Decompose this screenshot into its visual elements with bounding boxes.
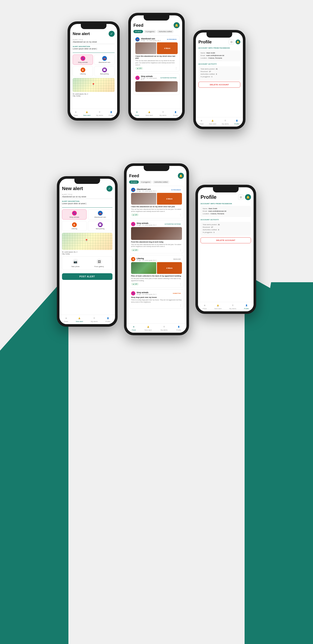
delete-account-button[interactable]: DELETE ACCOUNT xyxy=(200,237,251,243)
vote-button[interactable]: ▲ 125 xyxy=(131,283,139,286)
category-abandoned-cars[interactable]: 🚗 Abandoned cars xyxy=(94,54,114,65)
nav-profile[interactable]: 👤 Profile xyxy=(106,316,110,322)
nav-new-alert[interactable]: 🔔 New alert xyxy=(209,119,216,125)
category-stray-animals[interactable]: 🐾 Stray animals xyxy=(73,54,93,65)
nav-profile[interactable]: 👤 Profile xyxy=(176,325,181,331)
from-gallery-button[interactable]: 🖼 From gallery xyxy=(88,259,110,268)
desc-value[interactable]: Lorem ipsum dolor sit amet | xyxy=(73,48,114,53)
card-title: I have this abandoned car on my street s… xyxy=(131,206,182,208)
nav-new-alert-label: New alert xyxy=(146,114,153,116)
category-name: Stray animals xyxy=(136,292,170,294)
nav-feed[interactable]: ⊞ Feed xyxy=(203,304,206,310)
nav-feed[interactable]: ⊞ Feed xyxy=(132,325,136,331)
edit-icon[interactable]: ⊡ xyxy=(229,39,234,44)
vote-button[interactable]: ▲ 125 xyxy=(131,214,139,216)
post-alert-button[interactable]: POST ALERT xyxy=(62,273,112,280)
desc-value[interactable]: Lorem ipsum dolor sit amet | xyxy=(62,202,112,208)
resolved-label: Resolved: xyxy=(200,70,208,72)
category-grid: 🐾 Stray animals 🚗 Abandoned cars 🗑 Litte… xyxy=(62,209,112,231)
phone-profile-small: Profile ⊡ 🔔 ACCOUNT INFO FROM FACEBOOK N… xyxy=(193,30,246,129)
my-alerts-icon: ☰ xyxy=(162,325,166,329)
card-avatar: 🗑 xyxy=(131,257,135,261)
more-options[interactable]: ⋮ xyxy=(179,248,182,252)
category-label: Stray animals xyxy=(70,216,79,218)
tab-all-alerts[interactable]: All alerts xyxy=(134,30,143,33)
nav-feed[interactable]: ⊞ Feed xyxy=(200,119,203,125)
nav-profile[interactable]: 👤 Profile xyxy=(244,304,249,310)
nav-my-alerts[interactable]: ☰ My alerts xyxy=(230,304,236,310)
delete-account-button[interactable]: DELETE ACCOUNT xyxy=(198,82,240,88)
vote-button[interactable]: ▲ 125 xyxy=(135,67,143,70)
card-images xyxy=(135,81,178,92)
notifications-button[interactable]: 🔔 xyxy=(236,40,240,44)
card-images: 4 More xyxy=(131,193,182,204)
notifications-button[interactable]: 🔔 xyxy=(245,194,251,200)
title-value[interactable]: Abandoned car on my street xyxy=(62,196,112,199)
nav-feed[interactable]: ⊞ Feed xyxy=(135,110,139,116)
title-value[interactable]: Abandoned car on my street xyxy=(73,41,114,44)
nav-my-alerts[interactable]: ☰ My alerts xyxy=(96,110,103,116)
nav-new-alert[interactable]: 🔔 New alert xyxy=(144,325,152,331)
more-options[interactable]: ⋮ xyxy=(179,304,182,307)
card-images xyxy=(131,227,182,240)
category-name: Littering xyxy=(136,258,171,260)
map-view[interactable]: 📍 xyxy=(73,78,114,92)
name-value: Mark Smith xyxy=(206,52,215,54)
account-info-section-label: ACCOUNT INFO FROM FACEBOOK xyxy=(200,203,251,204)
more-options[interactable]: ⋮ xyxy=(175,67,178,70)
notifications-button[interactable]: 🔔 xyxy=(178,173,184,179)
nav-profile[interactable]: 👤 Profile xyxy=(108,110,114,116)
nav-feed[interactable]: ⊞ Feed xyxy=(64,316,68,322)
confirm-button[interactable]: ✓ xyxy=(106,186,112,192)
more-images-overlay[interactable]: 4 More xyxy=(157,262,182,274)
tab-authorities[interactable]: Authorities notified xyxy=(153,180,169,184)
phone-new-alert-small: New alert ✓ ALERT TITLE Abandoned car on… xyxy=(68,22,120,120)
tab-authorities[interactable]: Authorities notified xyxy=(157,30,174,33)
nav-my-alerts[interactable]: ☰ My alerts xyxy=(160,110,166,116)
confirm-button[interactable]: ✓ xyxy=(108,31,114,37)
category-abandoned-cars[interactable]: 🚗 Abandoned cars xyxy=(88,209,112,220)
account-info-box: Name: Mark Smith Email: mark.smith@domai… xyxy=(200,206,251,217)
nav-profile[interactable]: 👤 Profile xyxy=(173,110,178,116)
nav-profile[interactable]: 👤 Profile xyxy=(234,119,239,125)
category-littering[interactable]: 🗑 Littering xyxy=(62,221,86,231)
more-options[interactable]: ⋮ xyxy=(179,214,182,216)
nav-feed[interactable]: ⊞ Feed xyxy=(74,110,78,116)
nav-new-alert[interactable]: 🔔 New alert xyxy=(84,110,91,116)
tab-all-alerts[interactable]: All alerts xyxy=(129,180,139,184)
profile-icon: 👤 xyxy=(244,304,248,307)
tab-in-progress[interactable]: In proggress xyxy=(140,180,152,184)
total-row: Total alerts posted: 21 xyxy=(203,224,249,226)
category-bad-parking[interactable]: 🅿 Bad parking xyxy=(94,66,114,76)
more-images-overlay[interactable]: 4 More xyxy=(157,193,182,204)
category-stray-animals[interactable]: 🐾 Stray animals xyxy=(62,209,86,220)
profile-actions: ⊡ 🔔 xyxy=(238,194,251,200)
notifications-button[interactable]: 🔔 xyxy=(174,22,180,28)
name-value: Mark Smith xyxy=(209,208,217,210)
tab-in-progress[interactable]: In proggress xyxy=(144,30,156,33)
authorities-value: 3 xyxy=(216,73,217,75)
gallery-icon: 🖼 xyxy=(96,259,102,265)
category-bad-parking[interactable]: 🅿 Bad parking xyxy=(88,221,112,231)
nav-new-alert[interactable]: 🔔 New alert xyxy=(76,316,83,322)
littering-icon: 🗑 xyxy=(80,68,85,72)
abandoned-cars-icon: 🚗 xyxy=(102,56,107,61)
category-grid: 🐾 Stray animals 🚗 Abandoned cars 🗑 Litte… xyxy=(73,54,114,76)
location-row: Location: Craiova, Romania xyxy=(200,57,238,59)
more-images-overlay[interactable]: 4 More xyxy=(157,42,178,54)
vote-button[interactable]: ▲ 125 xyxy=(131,249,139,252)
bottom-navigation: ⊞ Feed 🔔 New alert ☰ My alerts 👤 Profile xyxy=(60,315,115,324)
more-options[interactable]: ⋮ xyxy=(179,283,182,286)
nav-new-alert[interactable]: 🔔 New alert xyxy=(146,110,153,116)
nav-new-alert[interactable]: 🔔 New alert xyxy=(214,304,222,310)
nav-my-alerts[interactable]: ☰ My alerts xyxy=(160,325,168,331)
map-view[interactable]: 📍 xyxy=(62,233,112,250)
card-meta: Littering 2h ago – St. Lorem ipsum, Nr. … xyxy=(136,258,171,261)
new-alert-icon: 🔔 xyxy=(78,316,81,320)
take-photo-button[interactable]: 📷 Take photo xyxy=(64,259,86,268)
nav-my-alerts[interactable]: ☰ My alerts xyxy=(222,119,229,125)
nav-my-alerts[interactable]: ☰ My alerts xyxy=(91,316,98,322)
category-littering[interactable]: 🗑 Littering xyxy=(73,66,93,76)
card-meta: Stray animals 2h ago – St. Lorem ipsum, … xyxy=(136,292,170,295)
edit-icon[interactable]: ⊡ xyxy=(238,194,243,200)
